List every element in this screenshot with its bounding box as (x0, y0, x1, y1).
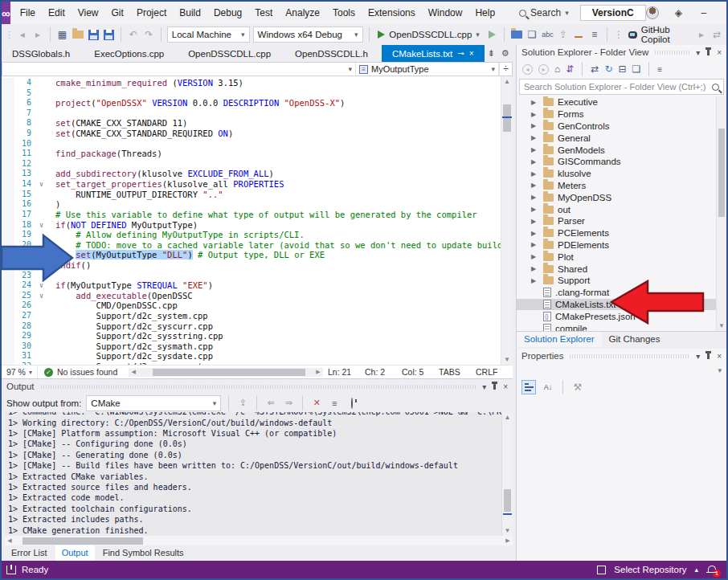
output-source-dropdown[interactable]: CMake ▾ (86, 395, 221, 411)
copy-icon[interactable]: ❏ (632, 63, 641, 75)
categorized-icon[interactable] (521, 380, 536, 394)
expand-icon[interactable]: ▶ (531, 134, 539, 141)
tree-item-klusolve[interactable]: ▶klusolve (517, 168, 716, 180)
redo-icon[interactable]: ↷ (143, 27, 155, 42)
scroll-down-icon[interactable]: ▼ (501, 354, 513, 365)
window-position-icon[interactable]: ▾ (482, 382, 486, 391)
column-indicator[interactable]: Col: 5 (402, 367, 439, 377)
tree-item-compile[interactable]: compile (517, 322, 716, 331)
search-dropdown-icon[interactable]: ▾ (565, 9, 569, 17)
close-icon[interactable]: × (469, 49, 474, 58)
tool-tab-output[interactable]: Output (55, 545, 95, 561)
type-dropdown[interactable]: ▾ (2, 63, 356, 76)
scrollbar-thumb[interactable] (718, 129, 725, 217)
menu-view[interactable]: View (72, 2, 105, 24)
breakpoint-margin[interactable] (2, 250, 14, 260)
line-marker-icon[interactable] (573, 27, 585, 42)
pin-icon[interactable] (707, 353, 710, 359)
breakpoint-margin[interactable] (2, 271, 14, 281)
expand-icon[interactable]: ▶ (531, 99, 539, 106)
pin-icon[interactable]: ⊸ (457, 49, 464, 58)
code-line[interactable]: 24∨if(MyOutputType STREQUAL "EXE") (2, 280, 501, 291)
expand-icon[interactable]: ▶ (531, 277, 539, 284)
expand-icon[interactable]: ▶ (531, 170, 539, 178)
code-line[interactable]: 13add_subdirectory(klusolve EXCLUDE_FROM… (2, 169, 501, 179)
jump-to-message-icon[interactable]: ⇪ (236, 398, 249, 408)
code-line[interactable]: 28 Support/d2c_syscurr.cpp (2, 321, 501, 332)
scrollbar-thumb[interactable] (22, 537, 143, 545)
code-line[interactable]: 6project("OpenDSSX" VERSION 0.0.0 DESCRI… (2, 98, 501, 108)
background-tasks-icon[interactable] (6, 566, 16, 574)
menu-extensions[interactable]: Extensions (362, 2, 422, 24)
tree-item-forms[interactable]: ▶Forms (517, 108, 716, 120)
breakpoint-margin[interactable] (2, 240, 14, 251)
expand-icon[interactable]: ▶ (531, 111, 539, 118)
panel-tab-solution-explorer[interactable]: Solution Explorer (517, 332, 602, 347)
tree-vertical-scrollbar[interactable]: ▼ (716, 96, 726, 331)
editor-horizontal-scrollbar[interactable]: ◀ ▶ (129, 368, 323, 377)
find-in-files-icon[interactable] (510, 27, 522, 42)
tree-item-support[interactable]: ▶Support (517, 275, 716, 287)
build-config-dropdown[interactable]: Windows x64 Debug ▾ (253, 27, 363, 43)
tree-item-plot[interactable]: ▶Plot (517, 251, 716, 263)
navigate-forward-icon[interactable]: ▸ (31, 27, 43, 42)
breakpoint-margin[interactable] (2, 179, 14, 190)
refresh-icon[interactable]: ↻ (604, 63, 612, 75)
tool-tab-error-list[interactable]: Error List (5, 545, 54, 561)
editor-tab-dssglobals.h[interactable]: DSSGlobals.h (2, 45, 80, 62)
clear-all-icon[interactable]: ✕ (310, 398, 323, 408)
breakpoint-margin[interactable] (2, 149, 14, 159)
tree-item-meters[interactable]: ▶Meters (517, 180, 716, 192)
scrollbar-thumb[interactable] (153, 369, 305, 376)
menu-project[interactable]: Project (130, 2, 173, 24)
undo-icon[interactable]: ↶ (127, 27, 139, 42)
breakpoint-margin[interactable] (2, 280, 14, 291)
breakpoint-margin[interactable] (2, 220, 14, 231)
tree-item-pdelements[interactable]: ▶PDElements (517, 239, 716, 251)
window-position-icon[interactable]: ▾ (696, 48, 700, 57)
word-wrap-icon[interactable]: ≡ (328, 398, 341, 408)
solution-explorer-title-bar[interactable]: Solution Explorer - Folder View ▾ × (517, 45, 726, 59)
tree-item-genmodels[interactable]: ▶GenModels (517, 144, 716, 156)
code-line[interactable]: 19 # Allow defining MyOutputType in scri… (2, 230, 501, 240)
line-indicator[interactable]: Ln: 21 (328, 367, 365, 377)
previous-message-icon[interactable]: ⇐ (264, 398, 277, 408)
attach-icon[interactable]: ⇪ (557, 27, 569, 42)
tool-tab-find-symbol-results[interactable]: Find Symbol Results (96, 545, 190, 561)
breakpoint-margin[interactable] (2, 108, 14, 119)
forward-icon[interactable]: ▸ (538, 64, 549, 75)
menu-tools[interactable]: Tools (326, 2, 362, 24)
panel-tab-git-changes[interactable]: Git Changes (602, 332, 668, 347)
char-indicator[interactable]: Ch: 2 (365, 367, 402, 377)
breakpoint-margin[interactable] (2, 139, 14, 149)
tree-item-cmakepresets-json[interactable]: CMakePresets.json (517, 310, 716, 322)
zoom-control[interactable]: 97 % ▾ (2, 366, 38, 378)
expand-icon[interactable]: ▶ (531, 218, 539, 225)
send-feedback-icon[interactable]: ▸ (695, 27, 707, 42)
tree-item-gencontrols[interactable]: ▶GenControls (517, 120, 716, 133)
close-icon[interactable]: × (717, 48, 722, 57)
document-outline-icon[interactable]: ⇟ (488, 48, 495, 59)
back-icon[interactable]: ◂ (522, 64, 533, 75)
feedback-gem-icon[interactable]: ◈ (675, 7, 682, 18)
code-line[interactable]: 21 set(MyOutputType "DLL") # Output type… (2, 250, 501, 260)
breakpoint-margin[interactable] (2, 210, 14, 220)
code-line[interactable]: 26 CMD/OpenDSSC.cpp (2, 300, 501, 311)
code-line[interactable]: 9set(CMAKE_CXX_STANDARD_REQUIRED ON) (2, 129, 501, 139)
window-position-icon[interactable]: ▾ (696, 352, 700, 361)
scroll-down-icon[interactable]: ▼ (502, 525, 513, 536)
tree-item-cmakelists-txt[interactable]: CMakeLists.txt (517, 299, 716, 311)
editor-tab-cmakelists.txt[interactable]: CMakeLists.txt⊸× (382, 45, 485, 62)
fold-marker[interactable]: ∨ (35, 280, 47, 291)
close-icon[interactable]: × (717, 352, 722, 361)
save-all-icon[interactable] (103, 27, 115, 42)
fold-marker[interactable]: ∨ (35, 179, 47, 190)
run-button[interactable]: OpenDSSCDLL.cpp ▾ (374, 27, 482, 43)
switch-views-icon[interactable]: ⇵ (566, 63, 574, 75)
live-share-icon[interactable]: ⇄ (711, 27, 723, 42)
code-line[interactable]: 22endif() (2, 260, 501, 271)
tree-item-myopendss[interactable]: ▶MyOpenDSS (517, 191, 716, 203)
code-line[interactable]: 7 (2, 108, 501, 119)
output-vertical-scrollbar[interactable]: ▲ ▼ (501, 412, 513, 536)
sync-with-active-document-icon[interactable]: ⇄ (591, 63, 599, 75)
